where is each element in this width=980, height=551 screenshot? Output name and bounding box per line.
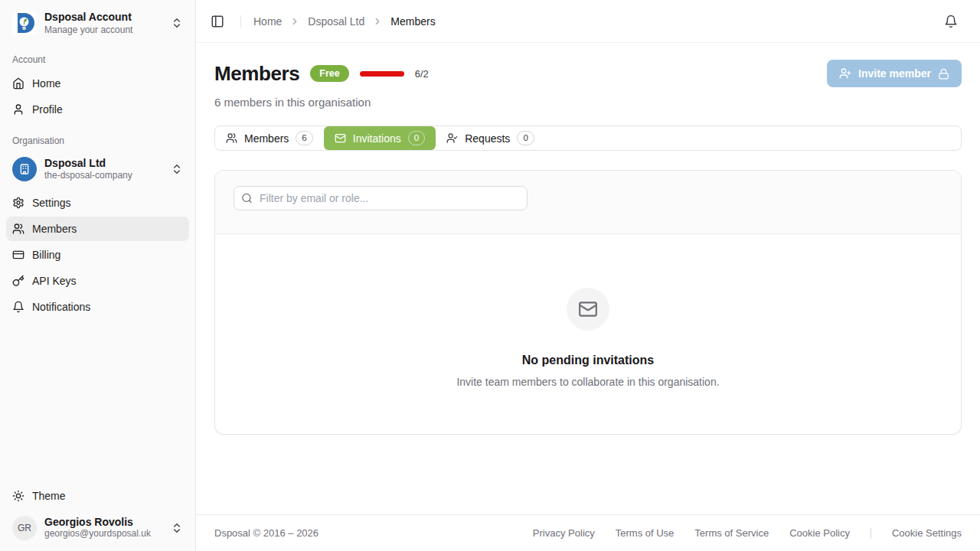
page-subtitle: 6 members in this organisation — [214, 96, 962, 109]
breadcrumb-current: Members — [390, 15, 435, 28]
tab-members[interactable]: Members 6 — [215, 126, 324, 150]
user-name: Georgios Rovolis — [44, 516, 163, 529]
bell-icon — [944, 15, 958, 28]
panel-left-icon — [211, 15, 224, 28]
sidebar-item-label: Home — [32, 77, 60, 90]
invite-member-button[interactable]: Invite member — [827, 60, 962, 87]
theme-toggle[interactable]: Theme — [6, 484, 189, 508]
credit-card-icon — [12, 249, 24, 261]
empty-state-icon-circle — [567, 288, 609, 331]
mail-icon — [578, 299, 598, 319]
user-check-icon — [446, 132, 458, 144]
sidebar-spacer — [6, 319, 189, 484]
invite-member-label: Invite member — [858, 67, 931, 80]
page-title: Members — [214, 63, 299, 85]
tab-label: Invitations — [353, 132, 401, 145]
chevron-right-icon — [372, 16, 383, 27]
sidebar-item-profile[interactable]: Profile — [6, 97, 189, 122]
footer-copyright: Dsposal © 2016 – 2026 — [214, 527, 318, 539]
organisation-name: Dsposal Ltd — [44, 157, 163, 171]
organisation-section-label: Organisation — [6, 135, 189, 146]
user-menu[interactable]: GR Georgios Rovolis georgios@yourdsposal… — [6, 511, 189, 545]
user-plus-icon — [839, 67, 851, 80]
tab-label: Members — [244, 132, 289, 145]
tab-count-badge: 6 — [296, 131, 312, 146]
chevrons-up-down-icon — [171, 163, 183, 175]
bell-icon — [12, 301, 24, 313]
chevrons-up-down-icon — [171, 522, 183, 534]
organisation-slug: the-dsposal-company — [44, 170, 163, 181]
sidebar-item-home[interactable]: Home — [6, 71, 189, 96]
dsposal-logo — [12, 11, 37, 35]
filter-search — [234, 186, 528, 210]
mail-icon — [335, 132, 346, 144]
page-header: Members Free 6/2 Invite member — [214, 60, 962, 87]
search-icon — [241, 193, 253, 204]
home-icon — [12, 77, 24, 90]
footer-link-terms-of-service[interactable]: Terms of Service — [694, 527, 769, 539]
organisation-switcher[interactable]: Dsposal Ltd the-dsposal-company — [6, 152, 189, 187]
footer-link-cookie-policy[interactable]: Cookie Policy — [789, 527, 850, 539]
organisation-nav: Settings Members Billing API Keys Notifi… — [6, 191, 189, 319]
sidebar-item-label: Billing — [32, 249, 60, 261]
filter-input[interactable] — [234, 186, 528, 210]
key-icon — [12, 275, 24, 287]
lock-icon — [938, 68, 949, 80]
account-switcher-title: Dsposal Account — [44, 11, 163, 24]
breadcrumb-home[interactable]: Home — [253, 15, 282, 28]
footer-separator — [871, 528, 871, 539]
organisation-avatar — [12, 157, 37, 181]
empty-state: No pending invitations Invite team membe… — [215, 234, 961, 434]
tab-requests[interactable]: Requests 0 — [436, 126, 545, 150]
topbar-divider — [240, 15, 241, 28]
sidebar-item-label: Settings — [32, 197, 71, 209]
sidebar-item-label: API Keys — [32, 275, 77, 287]
invitations-card: No pending invitations Invite team membe… — [214, 170, 962, 435]
users-icon — [12, 223, 24, 235]
tab-count-badge: 0 — [517, 131, 534, 146]
filter-section — [215, 171, 961, 233]
breadcrumb: Home Dsposal Ltd Members — [253, 15, 436, 28]
users-icon — [226, 132, 237, 144]
sidebar-item-billing[interactable]: Billing — [6, 243, 189, 267]
footer: Dsposal © 2016 – 2026 Privacy Policy Ter… — [196, 514, 980, 551]
sidebar-item-label: Members — [32, 223, 77, 235]
account-switcher-subtitle: Manage your account — [44, 24, 163, 36]
empty-state-title: No pending invitations — [522, 354, 654, 367]
tab-label: Requests — [465, 132, 510, 145]
page-content: Members Free 6/2 Invite member 6 members… — [196, 43, 980, 514]
footer-link-privacy-policy[interactable]: Privacy Policy — [533, 527, 595, 539]
user-email: georgios@yourdsposal.uk — [44, 528, 163, 540]
tab-count-badge: 0 — [408, 131, 425, 146]
sidebar-item-label: Notifications — [32, 301, 90, 313]
account-nav: Home Profile — [6, 71, 189, 122]
user-icon — [12, 103, 24, 116]
theme-label: Theme — [32, 490, 66, 502]
empty-state-description: Invite team members to collaborate in th… — [456, 376, 719, 388]
usage-meter — [360, 71, 404, 77]
sidebar-item-label: Profile — [32, 103, 63, 116]
account-switcher[interactable]: Dsposal Account Manage your account — [6, 6, 189, 41]
sidebar-item-settings[interactable]: Settings — [6, 191, 189, 215]
usage-count: 6/2 — [415, 68, 429, 80]
sun-icon — [12, 490, 24, 502]
notifications-button[interactable] — [940, 11, 962, 32]
footer-link-terms-of-use[interactable]: Terms of Use — [616, 527, 675, 539]
gear-icon — [12, 197, 24, 209]
chevron-right-icon — [289, 16, 300, 27]
main-area: Home Dsposal Ltd Members Members Free 6/… — [196, 0, 980, 551]
chevrons-up-down-icon — [171, 17, 183, 29]
tab-invitations[interactable]: Invitations 0 — [324, 126, 436, 150]
avatar: GR — [12, 516, 37, 540]
topbar: Home Dsposal Ltd Members — [196, 0, 980, 43]
footer-links: Privacy Policy Terms of Use Terms of Ser… — [533, 527, 962, 539]
tabbar: Members 6 Invitations 0 Requests 0 — [214, 126, 962, 151]
breadcrumb-organisation[interactable]: Dsposal Ltd — [308, 15, 364, 28]
sidebar-toggle-button[interactable] — [207, 11, 228, 32]
sidebar-item-members[interactable]: Members — [6, 217, 189, 241]
plan-badge: Free — [310, 65, 348, 82]
sidebar: Dsposal Account Manage your account Acco… — [0, 0, 196, 551]
sidebar-item-notifications[interactable]: Notifications — [6, 295, 189, 319]
cookie-settings-button[interactable]: Cookie Settings — [892, 527, 962, 539]
sidebar-item-api-keys[interactable]: API Keys — [6, 269, 189, 293]
